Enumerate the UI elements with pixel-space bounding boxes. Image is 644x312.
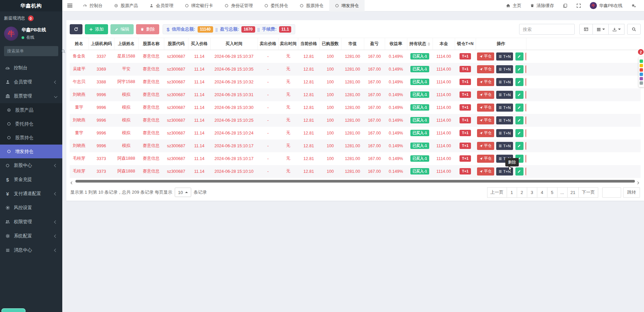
close-position-button[interactable]: 平仓 xyxy=(477,142,494,150)
close-position-button[interactable]: 平仓 xyxy=(477,167,494,176)
prev-page-button[interactable]: 上一页 xyxy=(487,187,507,198)
page-number-button[interactable]: 21 xyxy=(567,187,579,198)
tn-lock-button[interactable]: T+N xyxy=(496,91,513,99)
delete-row-button[interactable] xyxy=(526,78,526,86)
settings-menu-button[interactable] xyxy=(627,0,641,11)
home-button[interactable]: 主页 xyxy=(502,0,526,11)
page-number-button[interactable]: 4 xyxy=(537,187,547,198)
sidebar-item-system[interactable]: 系统配置 xyxy=(0,229,62,243)
topnav-tab-id-card[interactable]: 身份证管理 xyxy=(219,0,259,11)
sidebar-item-members[interactable]: 会员管理 xyxy=(0,75,62,89)
card-view-button[interactable] xyxy=(579,24,593,35)
edit-row-button[interactable] xyxy=(515,78,523,86)
sidebar-item-issue-position[interactable]: 增发持仓 xyxy=(0,145,62,158)
sidebar-item-permission[interactable]: 权限管理 xyxy=(0,215,62,229)
floating-notification-badge[interactable]: 2 xyxy=(638,49,644,55)
close-position-button[interactable]: 平仓 xyxy=(477,52,494,61)
edit-row-button[interactable] xyxy=(515,104,523,112)
delete-row-button[interactable] xyxy=(526,155,526,163)
sidebar-item-console[interactable]: 控制台 xyxy=(0,61,62,75)
close-position-button[interactable]: 平仓 xyxy=(477,129,494,137)
edit-row-button[interactable] xyxy=(515,167,523,176)
sidebar-item-risk[interactable]: 风控设置 xyxy=(0,201,62,215)
delete-row-button[interactable] xyxy=(526,116,526,124)
sidebar-item-entrust-position[interactable]: 委托持仓 xyxy=(0,117,62,131)
sidebar-search-input[interactable] xyxy=(7,49,61,53)
page-number-button[interactable]: 3 xyxy=(527,187,537,198)
scrollbar-thumb[interactable] xyxy=(75,180,635,183)
page-number-button[interactable]: ... xyxy=(557,187,568,198)
next-page-button[interactable]: 下一页 xyxy=(578,187,598,198)
sidebar-bottom-button[interactable] xyxy=(1,308,26,312)
tn-lock-button[interactable]: T+N xyxy=(496,129,513,137)
fullscreen-button[interactable] xyxy=(572,0,585,11)
table-row[interactable]: 董宇 9996 模拟 赛意信息 sz300687 11.14 2024-06-2… xyxy=(70,101,641,114)
topnav-tab-console[interactable]: 控制台 xyxy=(77,0,108,11)
sidebar-item-funds[interactable]: $ 资金充提 xyxy=(0,172,62,187)
delete-row-button[interactable] xyxy=(526,129,526,137)
floating-widget[interactable] xyxy=(639,57,644,87)
delete-row-button[interactable] xyxy=(526,65,526,73)
topnav-tab-members[interactable]: 会员管理 xyxy=(144,0,179,11)
sidebar-item-stock-product[interactable]: 股票产品 xyxy=(0,103,62,117)
delete-row-button[interactable] xyxy=(526,52,526,61)
search-button[interactable] xyxy=(627,24,641,35)
delete-row-button[interactable] xyxy=(526,167,526,176)
delete-row-button[interactable] xyxy=(526,91,526,99)
tn-lock-button[interactable]: T+N xyxy=(496,142,513,150)
close-position-button[interactable]: 平仓 xyxy=(477,65,494,73)
topnav-tab-issue-position[interactable]: 增发持仓 xyxy=(329,0,365,11)
table-row[interactable]: 刘晓燕 9996 模拟 赛意信息 sz300687 11.14 2024-06-… xyxy=(70,140,641,152)
withdraw-notice-link[interactable]: 新提现消息 0 xyxy=(0,11,62,23)
topnav-tab-bank-card[interactable]: 绑定银行卡 xyxy=(179,0,219,11)
topnav-tab-entrust-position[interactable]: 委托持仓 xyxy=(259,0,294,11)
sidebar-item-stocks[interactable]: 股票管理 xyxy=(0,89,62,103)
close-position-button[interactable]: 平仓 xyxy=(477,104,494,112)
table-row[interactable]: 刘晓燕 9996 模拟 赛意信息 sz300687 11.14 2024-06-… xyxy=(70,88,641,101)
jump-page-input[interactable] xyxy=(602,187,621,198)
close-position-button[interactable]: 平仓 xyxy=(477,116,494,124)
page-size-dropdown[interactable]: 10 xyxy=(175,188,191,197)
refresh-button[interactable] xyxy=(70,24,82,34)
page-number-button[interactable]: 5 xyxy=(547,187,557,198)
copy-page-button[interactable] xyxy=(558,0,572,11)
sidebar-item-message[interactable]: 消息中心 xyxy=(0,243,62,257)
delete-row-button[interactable] xyxy=(526,104,526,112)
tn-lock-button[interactable]: T+N xyxy=(496,116,513,124)
edit-row-button[interactable] xyxy=(515,116,523,124)
tn-lock-button[interactable]: T+N xyxy=(496,104,513,112)
sidebar-item-stock-position[interactable]: 股票持仓 xyxy=(0,131,62,145)
edit-row-button[interactable] xyxy=(515,129,523,137)
table-search-input[interactable] xyxy=(519,24,575,35)
edit-button[interactable]: 编辑 xyxy=(110,24,134,34)
table-row[interactable]: 毛桂芽 3373 阿森1888 赛意信息 sz300687 11.14 2024… xyxy=(70,165,641,178)
table-row[interactable]: 午志贝 3388 阿宇1588 赛意信息 sz300687 11.14 2024… xyxy=(70,76,641,88)
close-position-button[interactable]: 平仓 xyxy=(477,155,494,163)
table-row[interactable]: 毛桂芽 3373 阿森1888 赛意信息 sz300687 11.14 2024… xyxy=(70,152,641,165)
edit-row-button[interactable] xyxy=(515,91,523,99)
edit-row-button[interactable] xyxy=(515,65,523,73)
close-position-button[interactable]: 平仓 xyxy=(477,78,494,86)
page-number-button[interactable]: 2 xyxy=(517,187,527,198)
page-number-button[interactable]: 1 xyxy=(507,187,517,198)
sidebar-toggle-button[interactable] xyxy=(62,0,77,11)
clear-cache-button[interactable]: 清除缓存 xyxy=(526,0,558,11)
table-row[interactable]: 刘晓燕 9996 模拟 赛意信息 sz300687 11.14 2024-06-… xyxy=(70,114,641,127)
tn-lock-button[interactable]: T+N xyxy=(496,78,513,86)
close-position-button[interactable]: 平仓 xyxy=(477,91,494,99)
add-button[interactable]: 添加 xyxy=(85,24,108,34)
sidebar-item-new-stock[interactable]: 新股中心 xyxy=(0,158,62,172)
topnav-tab-stock-position[interactable]: 股票持仓 xyxy=(294,0,329,11)
jump-button[interactable]: 跳转 xyxy=(623,187,640,198)
table-row[interactable]: 鲁金良 3337 星辰1588 赛意信息 sz300687 11.14 2024… xyxy=(70,50,641,63)
delete-button[interactable]: 删除 xyxy=(136,24,159,34)
export-dropdown-button[interactable] xyxy=(608,24,624,35)
tn-lock-button[interactable]: T+N xyxy=(496,65,513,73)
table-row[interactable]: 吴建平 3369 平安 赛意信息 sz300687 11.14 2024-06-… xyxy=(70,63,641,76)
delete-row-button[interactable] xyxy=(526,142,526,150)
tn-lock-button[interactable]: T+N xyxy=(496,52,513,61)
edit-row-button[interactable] xyxy=(515,52,523,61)
table-row[interactable]: 董宇 9996 模拟 赛意信息 sz300687 11.14 2024-06-2… xyxy=(70,127,641,140)
scroll-right-arrow[interactable] xyxy=(637,180,639,183)
scroll-left-arrow[interactable] xyxy=(71,180,74,183)
